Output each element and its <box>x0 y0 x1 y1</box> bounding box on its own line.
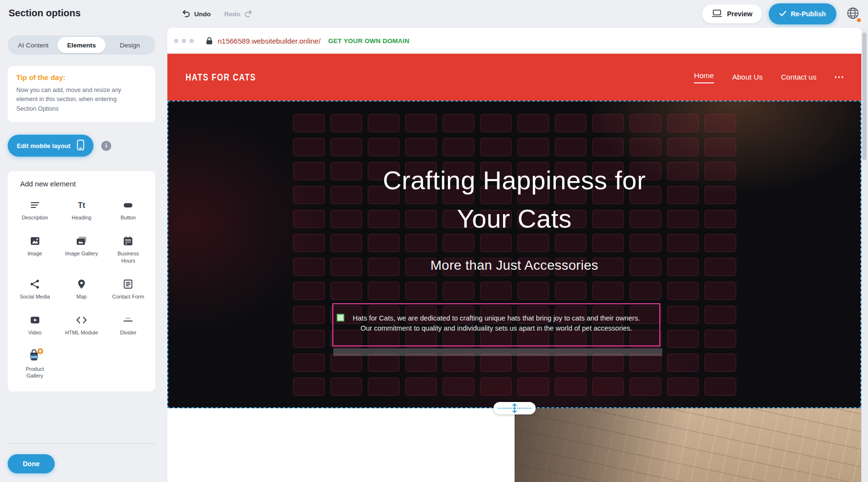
hero-tile <box>293 282 325 300</box>
divider-icon <box>122 312 134 326</box>
element-drag-handle[interactable] <box>337 314 344 321</box>
hero-tile <box>630 138 661 156</box>
element-tile-product-gallery[interactable]: SHOP Product Gallery <box>12 349 58 379</box>
done-button[interactable]: Done <box>8 454 55 473</box>
preview-button[interactable]: Preview <box>702 4 762 23</box>
element-label: Map <box>76 293 86 300</box>
element-tile-html-module[interactable]: HTML Module <box>58 312 105 336</box>
hero-tile <box>592 378 624 396</box>
element-tile-social-media[interactable]: Social Media <box>12 276 58 300</box>
element-tile-image-gallery[interactable]: Image Gallery <box>58 233 105 264</box>
element-tile-video[interactable]: Video <box>12 312 58 336</box>
edit-mobile-layout-button[interactable]: Edit mobile layout <box>8 135 94 157</box>
hero-tile <box>704 306 736 324</box>
republish-button[interactable]: Re-Publish <box>769 3 836 24</box>
site-nav: Home About Us Contact us <box>694 71 843 83</box>
element-label: Image <box>27 250 42 257</box>
hero-tile <box>443 138 474 156</box>
add-element-card: Add new element Description Tt Heading <box>8 171 155 391</box>
hero-tile <box>517 282 549 300</box>
hero-tile <box>555 378 586 396</box>
image-icon <box>29 233 41 247</box>
element-tile-image[interactable]: Image <box>12 233 58 264</box>
hero-tile <box>405 282 437 300</box>
info-button[interactable]: i <box>101 141 111 151</box>
notification-dot <box>857 18 861 22</box>
hero-tile <box>704 378 736 396</box>
map-pin-icon <box>76 276 87 290</box>
site-logo[interactable]: HATS FOR CATS <box>186 71 256 82</box>
hero-tile <box>330 282 362 300</box>
window-dots-icon <box>174 39 194 43</box>
hero-tile <box>293 330 325 348</box>
lock-icon <box>205 36 213 45</box>
hero-tile <box>293 378 325 396</box>
hero-tile <box>405 378 437 396</box>
hero-tile <box>443 114 474 132</box>
nav-item-home[interactable]: Home <box>694 71 714 83</box>
site-header: HATS FOR CATS Home About Us Contact us <box>167 54 861 101</box>
hero-section[interactable]: Crafting Happiness for Your Cats More th… <box>167 101 861 408</box>
element-tile-heading[interactable]: Tt Heading <box>58 197 105 221</box>
hero-tile <box>480 138 512 156</box>
get-domain-link[interactable]: GET YOUR OWN DOMAIN <box>328 37 409 45</box>
button-icon <box>122 197 134 211</box>
hero-heading-line: Crafting Happiness for <box>167 161 861 199</box>
hero-tile <box>630 378 661 396</box>
preview-label: Preview <box>727 10 752 18</box>
hero-tile <box>480 378 512 396</box>
selected-text-element[interactable]: Hats for Cats, we are dedicated to craft… <box>332 303 660 346</box>
hero-tile <box>667 138 699 156</box>
undo-button[interactable]: Undo <box>181 9 211 19</box>
redo-button[interactable]: Redo <box>224 9 254 19</box>
scrollbar-thumb[interactable] <box>862 33 867 160</box>
tab-ai-content[interactable]: AI Content <box>9 37 58 53</box>
element-tile-description[interactable]: Description <box>12 197 58 221</box>
sidebar-divider <box>8 443 155 444</box>
editor-scrollbar[interactable] <box>861 28 868 482</box>
hero-tile <box>555 138 586 156</box>
redo-label: Redo <box>224 11 241 18</box>
element-tile-map[interactable]: Map <box>58 276 105 300</box>
tip-of-the-day-card: Tip of the day: Now you can add, move an… <box>8 66 155 122</box>
sidebar-tabs: AI Content Elements Design <box>8 35 155 55</box>
hero-tile <box>630 354 661 372</box>
nav-item-about[interactable]: About Us <box>732 73 763 81</box>
hero-heading[interactable]: Crafting Happiness for Your Cats <box>167 161 861 238</box>
next-section <box>167 408 861 482</box>
hero-tile <box>667 306 699 324</box>
hero-tile <box>704 138 736 156</box>
hero-tile <box>630 282 661 300</box>
app: Section options Undo Redo Preview <box>0 0 868 482</box>
element-label: Product Gallery <box>17 366 53 379</box>
browser-chrome: n1566589.websitebuilder.online/ GET YOUR… <box>167 28 861 54</box>
hero-tile <box>555 354 586 372</box>
hero-tile <box>517 114 549 132</box>
hero-tile <box>405 114 437 132</box>
tab-elements[interactable]: Elements <box>58 37 106 53</box>
hero-tile <box>368 114 399 132</box>
nav-item-contact[interactable]: Contact us <box>781 73 816 81</box>
hero-tile <box>405 138 437 156</box>
undo-icon <box>181 9 190 19</box>
hero-tile <box>592 114 624 132</box>
hero-subheading[interactable]: More than Just Accessories <box>167 258 861 273</box>
element-tile-contact-form[interactable]: Contact Form <box>105 276 152 300</box>
element-tile-business-hours[interactable]: Business Hours <box>105 233 152 264</box>
hero-tile <box>667 378 699 396</box>
tab-design[interactable]: Design <box>106 37 154 53</box>
hero-tile <box>330 138 362 156</box>
hero-tile <box>480 282 512 300</box>
hero-paragraph: Hats for Cats, we are dedicated to craft… <box>340 313 653 333</box>
hero-tile <box>480 114 512 132</box>
element-ghost-strip <box>333 348 662 356</box>
language-globe-button[interactable] <box>843 4 862 23</box>
nav-more-icon[interactable] <box>835 76 844 78</box>
hero-tile <box>293 114 325 132</box>
hero-tile <box>592 354 624 372</box>
hero-tile <box>704 282 736 300</box>
sidebar: AI Content Elements Design Tip of the da… <box>0 28 163 482</box>
element-tile-divider[interactable]: Divider <box>105 312 152 336</box>
element-tile-button[interactable]: Button <box>105 197 152 221</box>
topbar: Section options Undo Redo Preview <box>0 0 868 28</box>
